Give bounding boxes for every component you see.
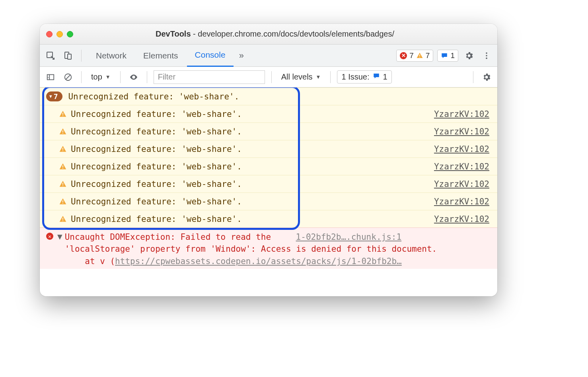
minimize-window-button[interactable] xyxy=(56,31,63,37)
window-title: DevTools - developer.chrome.com/docs/dev… xyxy=(81,29,469,39)
levels-label: All levels xyxy=(281,72,313,82)
page-url: developer.chrome.com/docs/devtools/eleme… xyxy=(198,29,394,38)
error-row[interactable]: ✕ ▼ Uncaught DOMException: Failed to rea… xyxy=(40,227,497,269)
warning-message: Unrecognized feature: 'web-share'. xyxy=(71,109,242,119)
separator xyxy=(81,71,82,83)
warning-row[interactable]: Unrecognized feature: 'web-share'. Yzarz… xyxy=(40,192,497,210)
warning-group-header[interactable]: ▼ 7 Unrecognized feature: 'web-share'. xyxy=(40,87,497,105)
svg-rect-21 xyxy=(62,183,63,185)
separator xyxy=(330,71,331,83)
warning-row[interactable]: Unrecognized feature: 'web-share'. Yzarz… xyxy=(40,157,497,175)
warning-icon xyxy=(59,110,67,118)
warning-row[interactable]: Unrecognized feature: 'web-share'. Yzarz… xyxy=(40,210,497,227)
group-message: Unrecognized feature: 'web-share'. xyxy=(68,92,239,101)
separator xyxy=(271,71,272,83)
separator xyxy=(147,71,147,83)
tab-network[interactable]: Network xyxy=(88,45,134,67)
chevron-down-icon[interactable]: ▼ xyxy=(57,232,62,241)
clear-console-icon[interactable] xyxy=(61,73,75,82)
warning-icon xyxy=(416,52,423,59)
error-source-link[interactable]: 1-02bfb2b….chunk.js:1 xyxy=(296,232,402,242)
log-levels-selector[interactable]: All levels ▼ xyxy=(278,72,324,82)
device-toggle-icon[interactable] xyxy=(61,49,75,62)
live-expression-icon[interactable] xyxy=(127,73,140,82)
error-stack-link[interactable]: https://cpwebassets.codepen.io/assets/pa… xyxy=(115,257,402,266)
group-count-badge: ▼ 7 xyxy=(46,91,62,101)
more-tabs-icon[interactable]: » xyxy=(234,51,249,61)
separator xyxy=(120,71,121,83)
message-icon xyxy=(373,72,380,82)
svg-point-12 xyxy=(133,76,134,78)
svg-rect-26 xyxy=(62,220,63,221)
warning-row[interactable]: Unrecognized feature: 'web-share'. Yzarz… xyxy=(40,175,497,192)
group-count: 7 xyxy=(54,92,58,101)
source-link[interactable]: YzarzKV:102 xyxy=(434,162,489,171)
warning-row[interactable]: Unrecognized feature: 'web-share'. Yzarz… xyxy=(40,122,497,140)
svg-rect-17 xyxy=(62,148,63,150)
error-stack-at: at v ( xyxy=(85,257,115,266)
console-output: ▼ 7 Unrecognized feature: 'web-share'. U… xyxy=(40,87,497,296)
console-sidebar-toggle-icon[interactable] xyxy=(44,73,57,82)
window-titlebar: DevTools - developer.chrome.com/docs/dev… xyxy=(40,24,497,45)
svg-rect-22 xyxy=(62,185,63,186)
messages-count: 1 xyxy=(450,51,455,60)
tab-console[interactable]: Console xyxy=(187,45,234,67)
source-link[interactable]: YzarzKV:102 xyxy=(434,214,489,224)
source-link[interactable]: YzarzKV:102 xyxy=(434,127,489,136)
warning-icon xyxy=(59,215,67,223)
warning-icon xyxy=(59,163,67,171)
svg-rect-3 xyxy=(419,54,420,56)
maximize-window-button[interactable] xyxy=(67,31,73,37)
warning-icon xyxy=(59,128,67,136)
svg-point-5 xyxy=(486,52,487,54)
warning-message: Unrecognized feature: 'web-share'. xyxy=(71,197,242,206)
app-name: DevTools xyxy=(156,29,191,38)
svg-rect-4 xyxy=(419,57,420,58)
close-window-button[interactable] xyxy=(46,31,53,37)
svg-rect-16 xyxy=(62,133,63,134)
warning-message: Unrecognized feature: 'web-share'. xyxy=(71,179,242,189)
panel-tabs: Network Elements Console » xyxy=(88,45,249,67)
source-link[interactable]: YzarzKV:102 xyxy=(434,144,489,154)
warning-count: 7 xyxy=(426,51,430,60)
warning-row[interactable]: Unrecognized feature: 'web-share'. Yzarz… xyxy=(40,105,497,122)
console-settings-icon[interactable] xyxy=(480,70,493,84)
more-menu-icon[interactable] xyxy=(480,49,493,62)
settings-icon[interactable] xyxy=(462,49,476,62)
svg-rect-14 xyxy=(62,115,63,116)
error-icon: ✕ xyxy=(400,52,407,59)
svg-rect-19 xyxy=(62,165,63,167)
issues-label: 1 Issue: xyxy=(341,72,369,82)
chevron-down-icon: ▼ xyxy=(316,74,321,80)
warning-row[interactable]: Unrecognized feature: 'web-share'. Yzarz… xyxy=(40,140,497,157)
svg-rect-24 xyxy=(62,203,63,204)
issues-count: 1 xyxy=(383,72,387,82)
svg-rect-18 xyxy=(62,150,63,151)
svg-line-11 xyxy=(66,75,70,79)
warning-icon xyxy=(59,198,67,206)
messages-badge[interactable]: 1 xyxy=(437,50,458,62)
inspect-element-icon[interactable] xyxy=(44,49,57,62)
svg-point-6 xyxy=(486,55,487,56)
source-link[interactable]: YzarzKV:102 xyxy=(434,197,489,206)
tab-elements[interactable]: Elements xyxy=(135,45,186,67)
context-label: top xyxy=(91,72,102,82)
svg-rect-23 xyxy=(62,200,63,202)
issues-button[interactable]: 1 Issue: 1 xyxy=(337,70,391,84)
warning-message: Unrecognized feature: 'web-share'. xyxy=(71,127,242,136)
devtools-window: DevTools - developer.chrome.com/docs/dev… xyxy=(40,24,497,296)
warning-message: Unrecognized feature: 'web-share'. xyxy=(71,214,242,224)
message-icon xyxy=(441,52,448,59)
source-link[interactable]: YzarzKV:102 xyxy=(434,179,489,189)
source-link[interactable]: YzarzKV:102 xyxy=(434,109,489,119)
context-selector[interactable]: top ▼ xyxy=(88,72,114,82)
chevron-down-icon: ▼ xyxy=(49,94,52,99)
warning-message: Unrecognized feature: 'web-share'. xyxy=(71,162,242,171)
separator xyxy=(473,71,473,83)
console-toolbar: top ▼ All levels ▼ 1 Issue: 1 xyxy=(40,67,497,87)
error-warning-badges[interactable]: ✕ 7 7 xyxy=(396,50,433,62)
filter-input[interactable] xyxy=(154,70,265,84)
chevron-down-icon: ▼ xyxy=(105,74,111,80)
traffic-lights xyxy=(46,31,73,37)
error-body: Uncaught DOMException: Failed to read th… xyxy=(65,231,489,267)
